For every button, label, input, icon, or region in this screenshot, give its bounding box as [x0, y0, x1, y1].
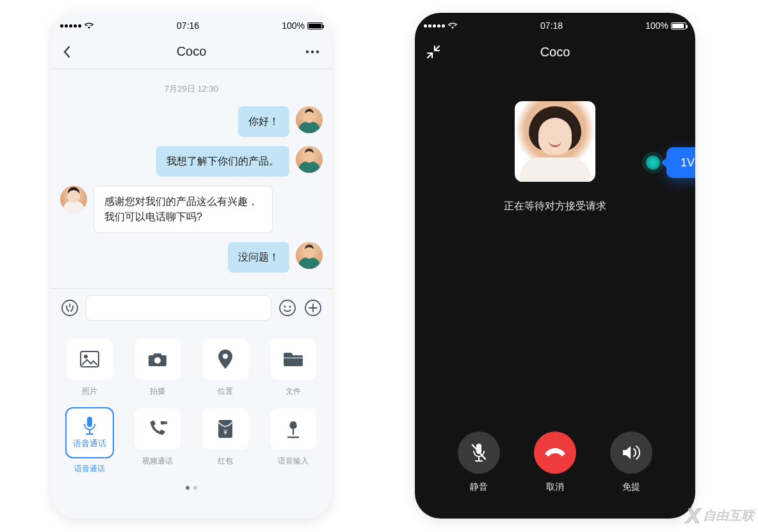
call-title: Coco	[540, 45, 570, 60]
svg-point-3	[62, 300, 77, 316]
status-time: 07:18	[540, 20, 563, 31]
camera-icon	[148, 351, 167, 367]
svg-point-10	[154, 357, 161, 364]
svg-rect-8	[81, 351, 99, 367]
message-bubble[interactable]: 你好！	[238, 106, 289, 137]
watermark-logo-icon: X	[686, 503, 699, 528]
tile-label: 视频通话	[142, 456, 173, 467]
tile-video-call[interactable]: 视频通话	[129, 408, 186, 474]
tile-photo[interactable]: 照片	[61, 339, 118, 397]
red-packet-icon: ¥	[218, 419, 233, 439]
tooltip-text: 1V1 通话	[666, 147, 695, 178]
tile-label: 文件	[286, 386, 301, 397]
signal-dots-icon	[60, 24, 81, 28]
svg-point-17	[289, 421, 297, 429]
tooltip-dot-icon	[646, 156, 660, 170]
location-icon	[218, 350, 232, 369]
svg-rect-13	[87, 417, 92, 427]
watermark: X 自由互联	[686, 503, 754, 528]
message-row: 你好！	[60, 106, 323, 137]
tile-red-packet[interactable]: ¥ 红包	[197, 408, 254, 474]
phone-chat: 07:16 100% Coco 7月29日 12:30 你好！ 我想了解下你们的…	[51, 13, 332, 519]
chat-header: Coco	[51, 35, 332, 69]
wifi-icon	[448, 22, 458, 29]
call-controls: 静音 取消 免提	[415, 431, 695, 493]
phone-call: 07:18 100% Coco 正在等待对方接受请求 静音 取消	[415, 13, 695, 519]
mute-icon	[470, 442, 488, 463]
panel-pager	[61, 481, 321, 492]
svg-point-11	[223, 354, 228, 359]
avatar[interactable]	[296, 146, 323, 173]
svg-point-1	[311, 50, 314, 52]
tile-label: 语音输入	[278, 456, 309, 467]
svg-point-2	[316, 50, 319, 52]
voice-input-icon	[285, 419, 302, 439]
svg-rect-12	[284, 357, 303, 359]
svg-text:¥: ¥	[223, 429, 227, 436]
chat-title: Coco	[177, 44, 207, 59]
hangup-icon	[544, 447, 567, 458]
tile-label: 照片	[82, 386, 97, 397]
tile-label: 拍摄	[150, 386, 165, 397]
svg-point-4	[280, 300, 295, 316]
call-status-text: 正在等待对方接受请求	[504, 200, 606, 213]
message-bubble[interactable]: 感谢您对我们的产品这么有兴趣，我们可以电话聊下吗?	[93, 186, 273, 233]
minimize-icon[interactable]	[426, 45, 440, 59]
input-bar	[51, 288, 332, 327]
speaker-control[interactable]: 免提	[610, 431, 652, 493]
mute-button[interactable]	[458, 431, 500, 474]
avatar[interactable]	[296, 106, 323, 133]
svg-point-6	[289, 305, 291, 307]
avatar[interactable]	[296, 242, 323, 269]
call-avatar	[515, 101, 595, 182]
message-bubble[interactable]: 没问题！	[228, 242, 289, 273]
tooltip-1v1: 1V1 通话	[646, 147, 695, 178]
speaker-button[interactable]	[610, 431, 652, 474]
back-icon[interactable]	[63, 45, 78, 58]
tile-label: 语音通话	[74, 463, 105, 474]
tile-voice-call[interactable]: 语音通话 语音通话	[61, 408, 118, 474]
message-timestamp: 7月29日 12:30	[60, 83, 323, 95]
message-row: 感谢您对我们的产品这么有兴趣，我们可以电话聊下吗?	[60, 186, 323, 233]
speaker-label: 免提	[622, 481, 640, 493]
folder-icon	[284, 351, 303, 367]
battery-icon	[307, 22, 323, 29]
mute-control[interactable]: 静音	[458, 431, 500, 493]
tile-label: 位置	[218, 386, 233, 397]
more-icon[interactable]	[305, 50, 320, 54]
tile-camera[interactable]: 拍摄	[129, 339, 186, 397]
battery-text: 100%	[282, 20, 305, 31]
tile-inner-label: 语音通话	[73, 438, 106, 449]
svg-point-0	[306, 50, 309, 52]
voice-toggle-icon[interactable]	[60, 298, 79, 318]
status-bar: 07:16 100%	[51, 13, 332, 35]
phone-video-icon	[148, 421, 167, 437]
action-panel: 照片 拍摄 位置 文件 语音通话 语音通话	[51, 327, 332, 499]
message-list: 7月29日 12:30 你好！ 我想了解下你们的产品。 感谢您对我们的产品这么有…	[51, 69, 332, 288]
tile-location[interactable]: 位置	[197, 339, 254, 397]
message-row: 没问题！	[60, 242, 323, 273]
svg-rect-14	[161, 421, 165, 424]
tile-voice-input[interactable]: 语音输入	[265, 408, 321, 474]
call-body: 正在等待对方接受请求	[415, 69, 695, 213]
tile-file[interactable]: 文件	[265, 339, 321, 397]
avatar[interactable]	[60, 186, 87, 213]
tile-label: 红包	[218, 456, 233, 467]
cancel-control[interactable]: 取消	[534, 431, 576, 493]
hangup-button[interactable]	[534, 431, 576, 474]
speaker-icon	[622, 444, 641, 461]
watermark-text: 自由互联	[703, 507, 754, 524]
microphone-icon	[82, 416, 97, 435]
plus-icon[interactable]	[303, 298, 323, 318]
message-input[interactable]	[86, 295, 271, 321]
message-bubble[interactable]: 我想了解下你们的产品。	[156, 146, 289, 177]
signal-dots-icon	[424, 24, 445, 28]
emoji-icon[interactable]	[278, 298, 297, 318]
message-row: 我想了解下你们的产品。	[60, 146, 323, 177]
status-time: 07:16	[177, 20, 199, 31]
mute-label: 静音	[470, 481, 488, 493]
svg-point-5	[284, 305, 286, 307]
image-icon	[80, 351, 99, 367]
battery-icon	[671, 22, 686, 29]
svg-point-9	[84, 355, 88, 359]
